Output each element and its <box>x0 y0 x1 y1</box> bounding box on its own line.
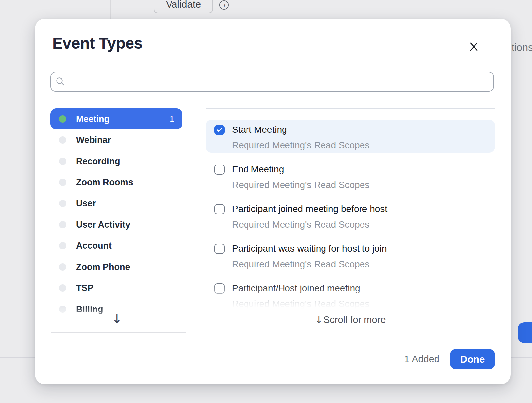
scroll-down-arrow-icon: ↓ <box>315 314 323 325</box>
checkbox-start-meeting[interactable] <box>214 125 225 135</box>
event-scopes: Required Meeting's Read Scopes <box>232 259 369 270</box>
event-row-participant-joined-before-host: Participant joined meeting before host R… <box>206 199 495 232</box>
category-dot <box>59 136 66 144</box>
event-label: End Meeting <box>232 164 284 175</box>
checkbox-end-meeting[interactable] <box>214 165 225 175</box>
event-label: Start Meeting <box>232 125 287 135</box>
panel-vertical-divider <box>194 104 194 332</box>
checkbox-participant-waiting-for-host[interactable] <box>214 244 225 254</box>
sidebar-item-user[interactable]: User <box>50 193 182 214</box>
category-dot <box>59 200 66 207</box>
sidebar-item-label: User Activity <box>76 214 130 235</box>
sidebar-item-label: TSP <box>76 277 94 299</box>
close-button[interactable] <box>467 39 481 54</box>
event-row-end-meeting: End Meeting Required Meeting's Read Scop… <box>206 159 495 192</box>
sidebar-bottom-divider <box>51 332 186 333</box>
event-scopes: Required Meeting's Read Scopes <box>232 180 369 190</box>
event-row-participant-waiting-for-host: Participant was waiting for host to join… <box>206 238 495 272</box>
event-types-dialog: Event Types Meeting 1 Webinar Recording … <box>35 19 511 384</box>
sidebar-item-label: Account <box>76 235 112 256</box>
event-list-bottom-divider <box>200 313 498 313</box>
category-dot <box>59 158 66 165</box>
sidebar-item-label: Zoom Phone <box>76 256 130 277</box>
event-row-start-meeting: Start Meeting Required Meeting's Read Sc… <box>206 120 495 153</box>
background-truncated-text: tions <box>512 42 532 54</box>
validate-button[interactable]: Validate <box>154 0 213 13</box>
search-input[interactable] <box>69 76 489 87</box>
search-box[interactable] <box>50 72 494 92</box>
sidebar-scroll-down-arrow-icon: ↓ <box>112 311 122 326</box>
sidebar-item-account[interactable]: Account <box>50 235 182 256</box>
sidebar-item-label: Webinar <box>76 129 111 151</box>
event-scopes: Required Meeting's Read Scopes <box>232 299 369 309</box>
sidebar-item-meeting[interactable]: Meeting 1 <box>50 108 182 129</box>
event-row-participant-host-joined: Participant/Host joined meeting Required… <box>206 278 495 311</box>
event-scopes: Required Meeting's Read Scopes <box>232 140 369 151</box>
checkbox-participant-joined-before-host[interactable] <box>214 204 225 214</box>
sidebar-item-zoom-rooms[interactable]: Zoom Rooms <box>50 172 182 193</box>
category-active-dot <box>59 115 66 123</box>
close-icon <box>469 42 479 52</box>
event-label: Participant was waiting for host to join <box>232 243 387 254</box>
category-dot <box>59 284 66 292</box>
background-divider-vertical-1 <box>110 0 111 19</box>
sidebar-item-label: User <box>76 193 96 214</box>
sidebar-item-label: Billing <box>76 299 103 320</box>
background-divider-vertical-2 <box>142 0 142 19</box>
scroll-for-more-hint: ↓Scroll for more <box>206 314 495 325</box>
selected-count-badge: 1 <box>170 108 174 129</box>
search-icon <box>56 77 65 87</box>
sidebar-item-recording[interactable]: Recording <box>50 151 182 172</box>
event-list-top-divider <box>206 108 495 109</box>
scroll-for-more-label: Scroll for more <box>323 314 386 325</box>
category-dot <box>59 179 66 186</box>
sidebar-item-tsp[interactable]: TSP <box>50 277 182 299</box>
sidebar-item-label: Zoom Rooms <box>76 172 133 193</box>
info-icon[interactable]: i <box>219 0 229 10</box>
sidebar-item-user-activity[interactable]: User Activity <box>50 214 182 235</box>
background-partial-blue-button[interactable] <box>518 322 532 343</box>
event-label: Participant joined meeting before host <box>232 204 387 214</box>
category-dot <box>59 263 66 271</box>
sidebar-item-zoom-phone[interactable]: Zoom Phone <box>50 256 182 277</box>
category-dot <box>59 221 66 228</box>
category-dot <box>59 242 66 249</box>
event-label: Participant/Host joined meeting <box>232 283 360 294</box>
sidebar-item-webinar[interactable]: Webinar <box>50 129 182 151</box>
checkmark-icon <box>216 127 223 133</box>
event-scopes: Required Meeting's Read Scopes <box>232 219 369 230</box>
done-button[interactable]: Done <box>450 349 495 369</box>
dialog-title: Event Types <box>52 34 143 52</box>
sidebar-item-label: Meeting <box>76 108 110 129</box>
category-dot <box>59 306 66 313</box>
checkbox-participant-host-joined[interactable] <box>214 283 225 294</box>
sidebar-item-label: Recording <box>76 151 120 172</box>
added-count-label: 1 Added <box>404 349 439 369</box>
